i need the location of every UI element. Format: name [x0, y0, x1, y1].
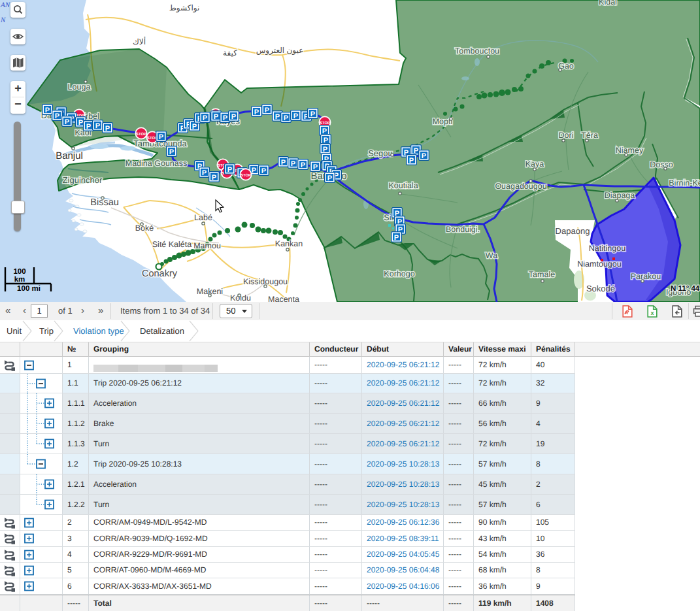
svg-text:نواكشوط: نواكشوط — [169, 3, 200, 12]
svg-text:Mamou: Mamou — [193, 241, 221, 250]
svg-text:Niamtougou: Niamtougou — [577, 259, 621, 269]
svg-text:Tamale: Tamale — [529, 270, 555, 279]
svg-text:Louga: Louga — [68, 82, 91, 91]
svg-text:Ouagadougou: Ouagadougou — [495, 182, 546, 191]
svg-text:100: 100 — [13, 268, 25, 276]
svg-text:Tombouctou: Tombouctou — [455, 46, 499, 56]
svg-text:Téra: Téra — [581, 131, 598, 140]
svg-text:Segou: Segou — [368, 148, 393, 158]
svg-text:Detalization: Detalization — [140, 326, 184, 336]
svg-text:Bonduigi.: Bonduigi. — [446, 225, 480, 234]
svg-text:Labé: Labé — [194, 213, 212, 222]
svg-text:ألاك: ألاك — [133, 37, 146, 46]
svg-text:Trip: Trip — [39, 326, 54, 336]
svg-text:Parakou: Parakou — [631, 272, 661, 281]
svg-text:عيون العتروس: عيون العتروس — [256, 46, 304, 55]
svg-text:Banjul: Banjul — [56, 150, 83, 161]
svg-text:AN: AN — [0, 1, 10, 9]
svg-text:Koutiala: Koutiala — [388, 181, 418, 190]
svg-text:Diapaga: Diapaga — [605, 191, 635, 200]
svg-text:Sokodé: Sokodé — [586, 284, 615, 293]
svg-text:Kidal: Kidal — [599, 0, 617, 7]
svg-text:km: km — [14, 276, 25, 284]
svg-text:Violation type: Violation type — [73, 326, 124, 336]
svg-text:Kaya: Kaya — [525, 159, 544, 169]
svg-text:Macenta: Macenta — [268, 295, 299, 302]
svg-text:Sité Kaléta: Sité Kaléta — [152, 240, 192, 249]
svg-text:Ziguinchor: Ziguinchor — [63, 175, 103, 185]
svg-text:N 11° 44: N 11° 44 — [671, 285, 700, 293]
svg-text:Dori: Dori — [559, 131, 574, 140]
svg-text:Birnin-Ke: Birnin-Ke — [669, 178, 700, 188]
svg-text:N: N — [0, 16, 6, 24]
svg-text:Unit: Unit — [7, 326, 22, 336]
svg-text:Bissau: Bissau — [90, 197, 119, 208]
svg-text:x: x — [650, 310, 654, 316]
svg-text:Niamey: Niamey — [616, 146, 644, 155]
svg-text:Kankan: Kankan — [275, 239, 303, 248]
svg-text:كيفة: كيفة — [223, 48, 237, 58]
svg-text:Dapaong: Dapaong — [556, 226, 590, 236]
svg-text:Dosso: Dosso — [650, 160, 673, 169]
svg-text:Wa: Wa — [486, 251, 497, 260]
svg-text:Madina Gounass: Madina Gounass — [125, 159, 188, 168]
svg-text:Boké: Boké — [135, 223, 154, 233]
svg-text:Conakry: Conakry — [142, 269, 178, 279]
svg-text:Natitingou: Natitingou — [589, 244, 625, 253]
svg-text:Korhogo: Korhogo — [384, 269, 414, 278]
svg-text:100 mi: 100 mi — [17, 285, 41, 293]
